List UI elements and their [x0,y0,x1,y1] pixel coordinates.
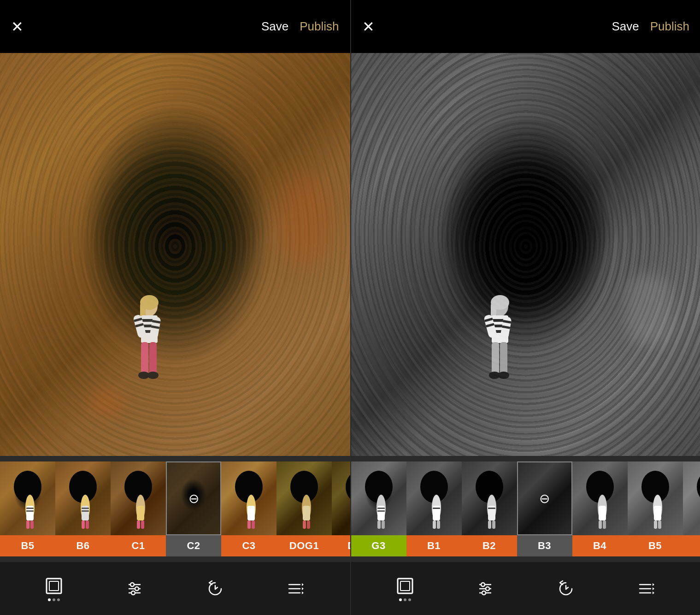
filter-item-dog2-left[interactable]: DOG [332,461,350,556]
right-filter-scroll: G3 B1 [351,456,700,562]
svg-rect-79 [492,342,499,374]
svg-rect-105 [599,520,602,529]
left-photo-color [0,53,350,456]
filter-thumb-dog2-left [332,461,350,535]
svg-rect-86 [377,508,385,509]
svg-rect-31 [86,520,89,529]
filter-item-b6-right[interactable]: B6 [683,461,700,556]
filter-label-b2-right: B2 [462,535,517,556]
left-frames-button[interactable] [44,576,64,601]
filter-item-b5-right[interactable]: B5 [628,461,683,556]
svg-rect-87 [377,510,385,512]
right-photo-area [351,53,700,456]
svg-point-16 [147,372,159,379]
svg-rect-88 [377,520,381,529]
svg-rect-24 [30,520,34,529]
svg-marker-132 [653,591,654,594]
left-photo-area [0,53,350,456]
svg-rect-28 [82,508,89,509]
filter-thumb-child-b4 [572,461,628,535]
svg-rect-104 [599,506,606,520]
svg-point-124 [482,591,486,595]
right-save-button[interactable]: Save [612,19,639,34]
left-header-actions: Save Publish [261,19,339,34]
right-child-figure [477,292,518,408]
filter-item-c1-left[interactable]: C1 [111,461,166,556]
svg-rect-118 [400,581,410,591]
svg-marker-63 [302,583,304,586]
filter-item-dog1-left[interactable]: DOG1 [276,461,332,556]
right-header-actions: Save Publish [612,19,689,34]
left-save-button[interactable]: Save [261,19,288,34]
svg-rect-50 [47,579,61,593]
filter-thumb-child-dog1 [276,461,332,535]
right-adjustments-button[interactable] [476,579,495,598]
filter-thumb-child-c1 [111,461,166,535]
svg-rect-29 [82,510,89,512]
right-close-button[interactable]: ✕ [362,19,375,34]
right-dot3 [408,598,411,601]
right-photo-mono [351,53,700,456]
right-frames-button[interactable] [395,576,415,601]
filter-item-b4-right[interactable]: B4 [572,461,628,556]
presets-icon [286,579,306,598]
svg-point-82 [498,372,509,379]
svg-rect-99 [488,508,495,509]
left-adjustments-button[interactable] [125,579,144,598]
right-frames-icon [395,576,415,596]
left-history-button[interactable] [206,579,225,598]
svg-rect-109 [654,506,661,520]
filter-item-b2-right[interactable]: B2 [462,461,517,556]
svg-rect-46 [307,520,310,529]
svg-rect-51 [49,581,59,591]
filter-thumb-b5-right [628,461,683,535]
left-bottom-toolbar [0,562,350,615]
left-filter-scroll: B5 B6 [0,456,350,562]
frames-dots [48,598,60,601]
svg-point-120 [481,583,485,586]
svg-marker-64 [302,587,304,590]
svg-rect-117 [398,579,412,593]
filter-thumb-b3-right: ⊖ [517,461,572,535]
svg-point-122 [486,587,489,591]
filter-label-b5-left: B5 [0,535,55,556]
right-history-button[interactable] [556,579,576,598]
right-presets-button[interactable] [637,579,656,598]
left-child-figure [126,292,168,408]
right-panel: ✕ Save Publish [351,0,700,615]
filter-item-b5-left[interactable]: B5 [0,461,55,556]
svg-rect-89 [382,520,385,529]
dot2 [53,598,55,601]
dot3 [57,598,60,601]
svg-rect-93 [433,508,440,509]
svg-rect-14 [149,342,157,374]
svg-rect-30 [82,520,85,529]
svg-rect-94 [433,520,436,529]
filter-item-g3-right[interactable]: G3 [351,461,406,556]
filter-thumb-c2-left: ⊖ [166,461,221,535]
filter-thumb-b2-right [462,461,517,535]
left-presets-button[interactable] [286,579,306,598]
dot1 [48,598,51,601]
right-publish-button[interactable]: Publish [650,19,689,34]
svg-rect-111 [658,520,661,529]
left-close-button[interactable]: ✕ [11,19,24,34]
right-frames-dots [399,598,411,601]
filter-thumb-child-b5r [628,461,683,535]
svg-rect-22 [26,510,34,512]
svg-point-57 [131,591,135,595]
filter-label-dog1-left: DOG1 [276,535,332,556]
history-icon [206,579,225,598]
filter-thumb-b5-left [0,461,55,535]
filter-item-b3-right[interactable]: ⊖ B3 [517,461,572,556]
filter-thumb-b1-right [406,461,462,535]
filter-label-b3-right: B3 [517,535,572,556]
filter-item-b1-right[interactable]: B1 [406,461,462,556]
filter-item-b6-left[interactable]: B6 [55,461,111,556]
filter-label-c3-left: C3 [221,535,276,556]
filter-label-b6-right: B6 [683,535,700,556]
filter-item-c3-left[interactable]: C3 [221,461,276,556]
left-publish-button[interactable]: Publish [300,19,339,34]
filter-thumb-b6-left [55,461,111,535]
filter-item-c2-left[interactable]: ⊖ C2 [166,461,221,556]
